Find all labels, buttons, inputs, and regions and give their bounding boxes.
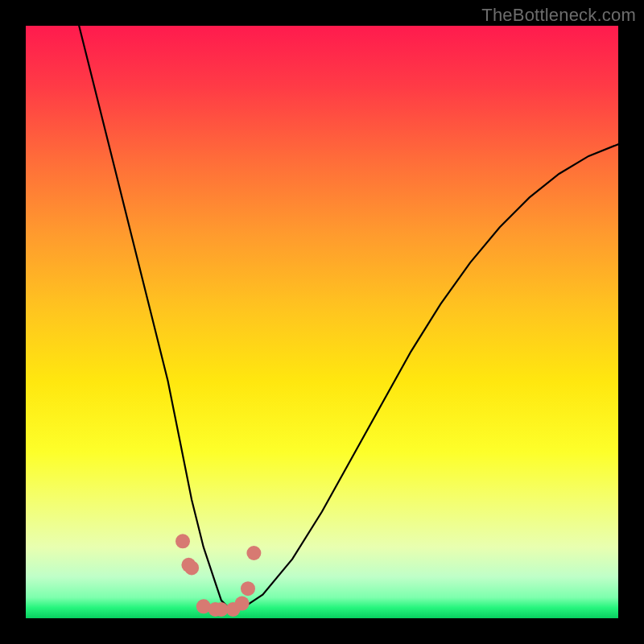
curve-layer: [26, 26, 618, 618]
chart-frame: TheBottleneck.com: [0, 0, 644, 644]
marker-dot: [208, 602, 223, 617]
watermark-text: TheBottleneck.com: [481, 5, 636, 26]
marker-dots: [175, 534, 261, 617]
marker-dot: [196, 599, 211, 613]
plot-area: [26, 26, 618, 618]
marker-dot: [235, 597, 250, 611]
marker-dot: [175, 534, 190, 548]
marker-dot: [241, 581, 255, 596]
marker-dot: [214, 602, 229, 617]
marker-dot: [246, 546, 261, 560]
marker-dot: [226, 602, 241, 617]
marker-dot: [181, 558, 196, 572]
marker-dot: [184, 560, 199, 575]
bottleneck-curve: [79, 26, 618, 613]
